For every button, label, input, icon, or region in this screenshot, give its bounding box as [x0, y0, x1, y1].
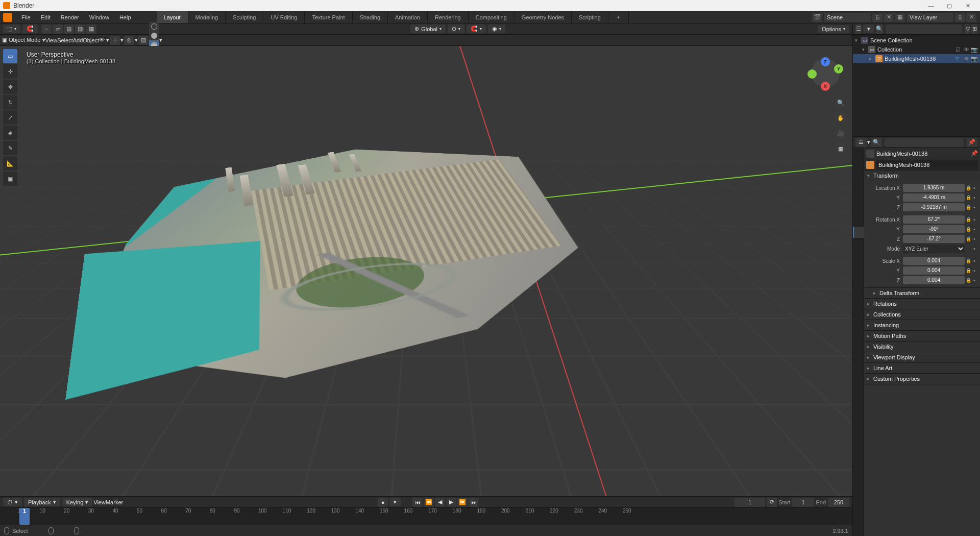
snap-dropdown[interactable]: 🧲 — [22, 25, 38, 33]
lock-icon[interactable]: 🔒 — [965, 278, 972, 283]
location-y-input[interactable]: -4.4901 m — [903, 193, 965, 202]
hide-icon[interactable]: 👁 — [963, 56, 970, 62]
keyframe-prev-button[interactable]: ⏪ — [424, 498, 434, 507]
pin-icon[interactable]: 📌 — [971, 150, 978, 157]
ptab-object[interactable] — [853, 227, 864, 238]
timeline-ruler[interactable]: 1 11020304050607080901001101201301401501… — [0, 508, 852, 525]
xray-toggle[interactable]: ▧ — [138, 36, 149, 45]
tool-add-cube[interactable]: ▣ — [3, 172, 17, 186]
tool-cursor[interactable]: ✛ — [3, 64, 17, 79]
panel-header[interactable]: ▸Viewport Display — [864, 352, 980, 362]
panel-header[interactable]: ▸Instancing — [864, 320, 980, 330]
tool-rotate[interactable]: ↻ — [3, 95, 17, 109]
snap-vertex-icon[interactable]: ▫ — [41, 25, 52, 34]
outliner-display-mode[interactable]: ▾ — [863, 25, 874, 33]
workspace-tab-rendering[interactable]: Rendering — [428, 11, 469, 23]
menu-window[interactable]: Window — [84, 11, 114, 23]
outliner-search-icon[interactable]: 🔍 — [876, 25, 883, 34]
panel-header[interactable]: ▸Motion Paths — [864, 331, 980, 341]
lock-icon[interactable]: 🔒 — [965, 217, 972, 222]
workspace-tab-compositing[interactable]: Compositing — [469, 11, 514, 23]
lock-icon[interactable]: 🔒 — [965, 185, 972, 190]
pan-icon[interactable]: ✋ — [835, 112, 846, 124]
workspace-tab-shading[interactable]: Shading — [353, 11, 388, 23]
viewport-options-dropdown[interactable]: Options ▾ — [818, 25, 849, 33]
tool-select-box[interactable]: ▭ — [3, 49, 17, 63]
visibility-dropdown[interactable]: 👁 ▾ — [99, 37, 109, 43]
workspace-tab-texturepaint[interactable]: Texture Paint — [305, 11, 352, 23]
current-frame-input[interactable] — [734, 498, 765, 507]
jump-end-button[interactable]: ⏭ — [469, 498, 479, 507]
frame-sync-icon[interactable]: ⟳ — [767, 498, 777, 507]
location-x-input[interactable]: 1.9365 m — [903, 184, 965, 192]
render-icon[interactable]: 📷 — [971, 46, 978, 53]
scene-delete-button[interactable]: ✕ — [884, 13, 894, 22]
ptab-world[interactable] — [853, 204, 864, 215]
outliner-object-row[interactable]: ▸ ▽ BuildingMesh-00138 ▽ 👁📷 — [853, 54, 980, 63]
exclude-icon[interactable]: ☑ — [954, 46, 962, 53]
viewlayer-name-input[interactable] — [910, 14, 950, 20]
workspace-tab-scripting[interactable]: Scripting — [572, 11, 608, 23]
camera-view-icon[interactable]: 🎥 — [835, 128, 846, 139]
ptab-tool[interactable] — [853, 148, 864, 159]
ptab-texture[interactable] — [853, 305, 864, 316]
window-close-button[interactable]: ✕ — [959, 0, 977, 11]
outliner-scene-collection[interactable]: ▾ ▭ Scene Collection — [853, 36, 980, 45]
snap-volume-icon[interactable]: ▥ — [75, 25, 85, 34]
properties-editor-type[interactable]: ☰ — [855, 138, 867, 147]
scene-new-button[interactable]: ⎘ — [872, 13, 883, 22]
scene-name-field[interactable] — [824, 13, 871, 22]
ptab-render[interactable] — [853, 159, 864, 170]
scale-x-input[interactable]: 0.004 — [903, 257, 965, 265]
snap-increment-icon[interactable]: ▦ — [86, 25, 96, 34]
scale-z-input[interactable]: 0.004 — [903, 276, 965, 284]
panel-header[interactable]: ▸Relations — [864, 299, 980, 309]
panel-header[interactable]: ▸Collections — [864, 309, 980, 320]
viewlayer-name-field[interactable] — [906, 13, 953, 22]
scene-browse-icon[interactable]: 🎬 — [812, 13, 822, 22]
panel-header[interactable]: ▸Visibility — [864, 342, 980, 352]
viewport-menu-select[interactable]: Select — [57, 37, 73, 43]
tool-transform[interactable]: ◈ — [3, 126, 17, 140]
3d-viewport[interactable]: ▭ ✛ ✥ ↻ ⤢ ◈ ✎ 📐 ▣ User Perspective (1) C… — [0, 46, 852, 496]
pivot-dropdown[interactable]: ⊙ ▾ — [448, 25, 464, 33]
shading-solid[interactable] — [149, 31, 159, 40]
hide-icon[interactable]: 👁 — [963, 46, 970, 53]
outliner-body[interactable]: ▾ ▭ Scene Collection ▾ ▭ Collection ☑👁📷 … — [853, 35, 980, 136]
ptab-modifiers[interactable] — [853, 238, 864, 249]
workspace-tab-modeling[interactable]: Modeling — [188, 11, 226, 23]
workspace-tab-layout[interactable]: Layout — [157, 11, 188, 23]
end-frame-input[interactable] — [828, 498, 849, 507]
object-name-input[interactable] — [876, 160, 978, 169]
gizmo-axis-y-neg[interactable] — [807, 69, 817, 79]
menu-render[interactable]: Render — [56, 11, 84, 23]
rotation-x-input[interactable]: 67.2° — [903, 215, 965, 224]
timeline-playback-menu[interactable]: Playback ▾ — [24, 498, 60, 506]
ptab-collection[interactable] — [853, 215, 864, 227]
transform-orientation-dropdown[interactable]: ⊕ Global ▾ — [410, 25, 446, 33]
ptab-physics[interactable] — [853, 260, 864, 272]
tool-scale[interactable]: ⤢ — [3, 110, 17, 125]
zoom-icon[interactable]: 🔍 — [835, 97, 846, 108]
play-button[interactable]: ▶ — [446, 498, 456, 507]
ptab-output[interactable] — [853, 170, 864, 182]
outliner-search-input[interactable] — [886, 25, 962, 34]
lock-icon[interactable]: 🔒 — [965, 205, 972, 210]
shading-wireframe[interactable] — [149, 22, 159, 31]
render-icon[interactable]: 📷 — [971, 56, 978, 62]
properties-pin-icon[interactable]: 📌 — [966, 138, 977, 147]
viewlayer-delete-button[interactable]: ✕ — [966, 13, 976, 22]
outliner-filter-icon[interactable]: ▽ — [965, 25, 971, 34]
timeline-editor-type[interactable]: ⏱ ▾ — [3, 498, 22, 506]
properties-search-icon[interactable]: 🔍 — [871, 138, 882, 147]
overlay-toggle[interactable]: ◎ — [124, 36, 134, 45]
play-reverse-button[interactable]: ◀ — [435, 498, 445, 507]
viewport-menu-object[interactable]: Object — [83, 37, 99, 43]
ptab-particles[interactable] — [853, 249, 864, 260]
snap-edge-icon[interactable]: ▱ — [53, 25, 63, 34]
autokey-toggle[interactable]: ● — [378, 498, 388, 507]
panel-header[interactable]: ▸Line Art — [864, 363, 980, 373]
workspace-tab-geometrynodes[interactable]: Geometry Nodes — [514, 11, 572, 23]
scale-y-input[interactable]: 0.004 — [903, 266, 965, 275]
timeline-view-menu[interactable]: View — [93, 499, 106, 505]
